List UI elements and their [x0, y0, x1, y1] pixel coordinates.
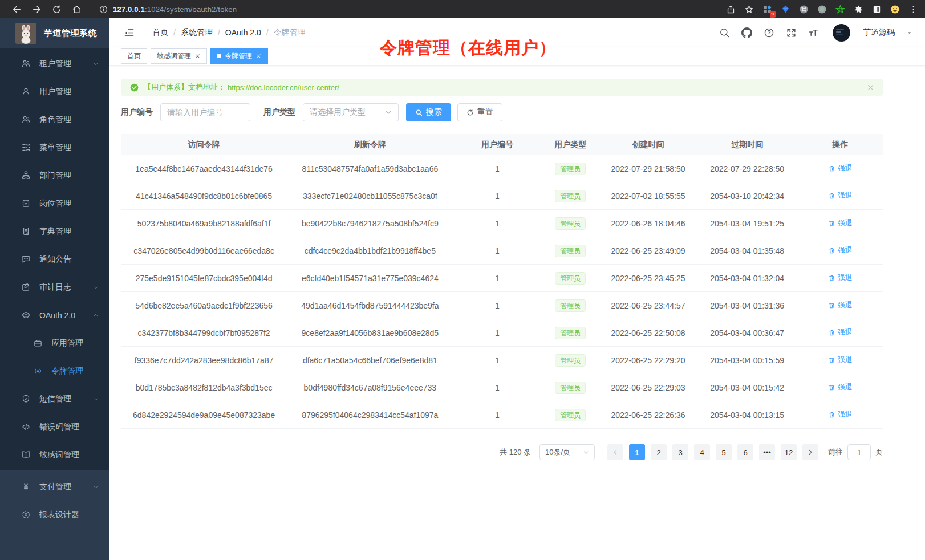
address-bar[interactable]: 127.0.0.1:1024/system/oauth2/token: [99, 5, 237, 14]
help-icon[interactable]: [764, 27, 774, 38]
sidebar-item-user[interactable]: 用户管理: [0, 78, 109, 105]
flower-icon[interactable]: [854, 5, 863, 14]
force-logout-label: 强退: [838, 355, 853, 365]
force-logout-button[interactable]: 强退: [828, 300, 853, 310]
force-logout-button[interactable]: 强退: [828, 327, 853, 338]
user-type-cell: 管理员: [541, 382, 599, 394]
page-button-4[interactable]: 4: [694, 444, 710, 460]
tab-token[interactable]: 令牌管理: [210, 48, 268, 64]
user-id-cell: 1: [453, 328, 541, 338]
sidebar-item-tenant[interactable]: 租户管理: [0, 50, 109, 78]
sidebar-item-sms[interactable]: 短信管理: [0, 385, 109, 413]
force-logout-button[interactable]: 强退: [828, 218, 853, 228]
user-id-cell: 1: [453, 411, 541, 420]
gem-icon[interactable]: [781, 5, 790, 14]
tab-sensitive[interactable]: 敏感词管理: [151, 48, 207, 64]
breadcrumb-item[interactable]: 首页: [152, 27, 168, 38]
app-logo[interactable]: 芋道管理系统: [0, 18, 109, 48]
sidebar-item-pay[interactable]: 支付管理: [0, 473, 109, 501]
trash-icon: [828, 192, 835, 200]
reader-icon[interactable]: [872, 5, 882, 14]
breadcrumb-item[interactable]: 系统管理: [181, 27, 213, 38]
reload-icon[interactable]: [52, 5, 62, 14]
prev-page-button[interactable]: [607, 444, 623, 460]
breadcrumb-separator: /: [218, 28, 220, 37]
sidebar-item-oauth2[interactable]: OAuth 2.0: [0, 301, 109, 329]
force-logout-button[interactable]: 强退: [828, 273, 853, 283]
expire-time-cell: 2054-03-04 01:31:36: [697, 301, 797, 310]
doc-link[interactable]: https://doc.iocoder.cn/user-center/: [228, 83, 339, 92]
avatar[interactable]: [833, 24, 850, 42]
sidebar-item-label: 应用管理: [51, 338, 83, 348]
sidebar-item-audit[interactable]: 审计日志: [0, 273, 109, 301]
user-type-cell: 管理员: [541, 272, 599, 285]
page-button-1[interactable]: 1: [629, 444, 645, 460]
sidebar-item-notice[interactable]: 通知公告: [0, 245, 109, 273]
user-id-input[interactable]: [160, 103, 250, 121]
forward-icon[interactable]: [32, 5, 42, 14]
page-button-5[interactable]: 5: [716, 444, 732, 460]
extension-badge: 9: [770, 11, 776, 18]
sidebar-item-oauth2-app[interactable]: 应用管理: [0, 329, 109, 357]
tab-home[interactable]: 首页: [121, 48, 147, 64]
close-icon[interactable]: [194, 53, 201, 59]
goto-page-input[interactable]: [847, 444, 871, 460]
home-icon[interactable]: [72, 5, 82, 14]
sidebar-item-role[interactable]: 角色管理: [0, 105, 109, 133]
close-icon[interactable]: [867, 84, 874, 91]
page-button-12[interactable]: 12: [781, 444, 797, 460]
sidebar-item-errcode[interactable]: 错误码管理: [0, 413, 109, 441]
force-logout-button[interactable]: 强退: [828, 382, 853, 392]
force-logout-button[interactable]: 强退: [828, 163, 853, 173]
chevron-down-icon: [385, 109, 392, 116]
force-logout-button[interactable]: 强退: [828, 190, 853, 201]
extensions-icon[interactable]: 9: [762, 5, 772, 14]
force-logout-button[interactable]: 强退: [828, 355, 853, 365]
breadcrumb-item[interactable]: 令牌管理: [274, 27, 306, 38]
bookmark-star-icon[interactable]: [744, 5, 754, 14]
user-name[interactable]: 芋道源码: [863, 27, 895, 38]
reset-button[interactable]: 重置: [457, 103, 502, 121]
record-icon[interactable]: [817, 5, 827, 14]
search-button[interactable]: 搜索: [406, 103, 451, 121]
table-row: b0d1785bc3a8482f812db4a3f3bd15ecb0df4980…: [121, 374, 883, 401]
sidebar-collapse-icon[interactable]: [124, 27, 135, 38]
close-icon[interactable]: [255, 53, 262, 59]
sidebar-item-oauth2-token[interactable]: 令牌管理: [0, 357, 109, 385]
trash-icon: [828, 247, 835, 254]
emoji-icon[interactable]: [890, 5, 900, 14]
page-button-3[interactable]: 3: [672, 444, 688, 460]
page-button-2[interactable]: 2: [651, 444, 667, 460]
command-icon[interactable]: [799, 5, 809, 14]
page-button-6[interactable]: 6: [737, 444, 753, 460]
user-type-select[interactable]: 请选择用户类型: [303, 103, 399, 121]
back-icon[interactable]: [12, 5, 22, 14]
share-icon[interactable]: [726, 5, 736, 14]
search-icon[interactable]: [719, 27, 730, 38]
report-icon: [21, 510, 31, 520]
sidebar-item-dict[interactable]: 字典管理: [0, 217, 109, 245]
sidebar-item-menu[interactable]: 菜单管理: [0, 133, 109, 161]
tab-label: 令牌管理: [225, 51, 252, 61]
refresh-token-cell: 811c530487574fa0af1a59d3abc1aa66: [287, 164, 453, 173]
menu-dots-icon[interactable]: [908, 5, 918, 14]
next-page-button[interactable]: [802, 444, 818, 460]
sidebar-item-dept[interactable]: 部门管理: [0, 161, 109, 189]
sidebar-item-report[interactable]: 报表设计器: [0, 501, 109, 529]
sidebar-item-sensitive[interactable]: 敏感词管理: [0, 441, 109, 469]
user-type-label: 用户类型: [263, 107, 295, 117]
star-green-icon[interactable]: [835, 5, 845, 14]
fullscreen-icon[interactable]: [786, 27, 797, 38]
font-size-icon[interactable]: [808, 27, 819, 38]
chevron-down-icon[interactable]: [906, 30, 912, 36]
table-row: 41c41346a548490f9dc8b01c6bfe0865333ecfc7…: [121, 182, 883, 210]
page-info-icon[interactable]: [99, 5, 108, 14]
sidebar-item-post[interactable]: 岗位管理: [0, 189, 109, 217]
force-logout-button[interactable]: 强退: [828, 245, 853, 255]
page-size-select[interactable]: 10条/页: [539, 444, 595, 460]
force-logout-button[interactable]: 强退: [828, 409, 853, 420]
page-ellipsis[interactable]: •••: [759, 444, 775, 460]
breadcrumb-item[interactable]: OAuth 2.0: [225, 28, 261, 37]
expire-time-cell: 2054-03-04 00:15:42: [697, 383, 797, 392]
github-icon[interactable]: [741, 27, 752, 38]
